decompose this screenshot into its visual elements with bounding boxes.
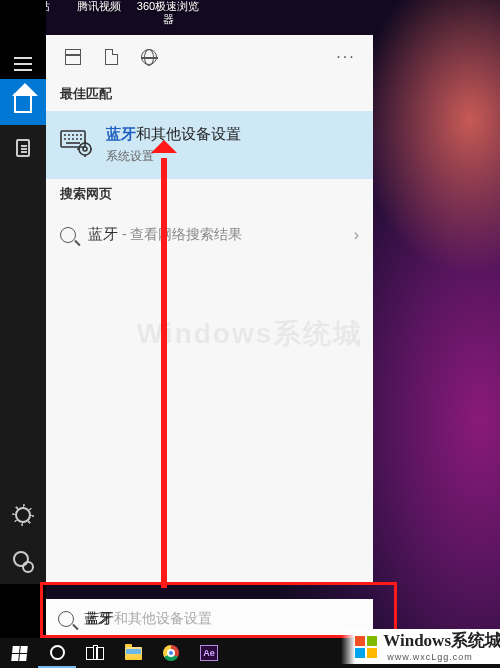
best-match-subtitle: 系统设置 <box>106 148 359 165</box>
globe-icon <box>141 49 157 65</box>
taskbar-chrome[interactable] <box>152 638 190 668</box>
best-match-result[interactable]: 蓝牙和其他设备设置 系统设置 <box>46 111 373 179</box>
file-explorer-icon <box>125 647 142 660</box>
taskbar-after-effects[interactable]: Ae <box>190 638 228 668</box>
best-match-title: 蓝牙和其他设备设置 <box>106 125 359 144</box>
rail-feedback-button[interactable] <box>0 538 46 584</box>
taskbar-file-explorer[interactable] <box>114 638 152 668</box>
cortana-icon <box>50 645 65 660</box>
search-filter-toolbar: ··· <box>46 35 373 79</box>
best-match-section-label: 最佳匹配 <box>46 79 373 111</box>
windows-logo-icon <box>11 646 28 661</box>
web-search-row[interactable]: 蓝牙 - 查看网络搜索结果 › <box>46 211 373 258</box>
notebook-icon <box>16 139 30 157</box>
web-search-hint: - 查看网络搜索结果 <box>118 226 242 242</box>
screen: 回收站 腾讯视频 360极速浏览 器 ··· 最佳匹配 <box>0 0 500 668</box>
desktop-icon-tencent-video[interactable]: 腾讯视频 <box>66 0 132 40</box>
desktop-icons-row: 回收站 腾讯视频 360极速浏览 器 <box>0 0 500 40</box>
document-icon <box>105 49 118 65</box>
desktop-icon-label: 腾讯视频 <box>77 0 121 12</box>
cortana-button[interactable] <box>38 638 76 668</box>
feedback-icon <box>15 553 31 569</box>
task-view-icon <box>86 647 104 660</box>
filter-apps-button[interactable] <box>54 35 92 79</box>
watermark-corner: Windows系统城 www.wxcLgg.com <box>341 629 500 664</box>
home-icon <box>14 93 32 111</box>
filter-web-button[interactable] <box>130 35 168 79</box>
chevron-right-icon: › <box>354 226 359 244</box>
gear-icon <box>15 507 31 523</box>
svg-point-13 <box>83 147 87 151</box>
filter-documents-button[interactable] <box>92 35 130 79</box>
hamburger-menu-button[interactable] <box>0 48 46 80</box>
best-match-highlight: 蓝牙 <box>106 125 136 142</box>
desktop-icon-label-line1: 360极速浏览 <box>137 0 199 12</box>
rail-settings-button[interactable] <box>0 492 46 538</box>
search-icon <box>60 227 76 243</box>
watermark-url-text: www.wxcLgg.com <box>387 652 500 662</box>
annotation-arrow <box>161 158 167 588</box>
apps-icon <box>65 49 81 65</box>
chrome-icon <box>163 645 179 661</box>
desktop-icon-360-browser[interactable]: 360极速浏览 器 <box>132 0 204 40</box>
desktop-icon-label-line2: 器 <box>163 13 174 25</box>
keyboard-settings-icon <box>60 125 92 157</box>
start-button[interactable] <box>0 638 38 668</box>
more-options-button[interactable]: ··· <box>327 35 365 79</box>
rail-home-button[interactable] <box>0 79 46 125</box>
task-view-button[interactable] <box>76 638 114 668</box>
search-web-section-label: 搜索网页 <box>46 179 373 211</box>
ellipsis-icon: ··· <box>336 48 355 66</box>
search-results-panel: ··· 最佳匹配 蓝牙和其他设备设置 系统设置 搜索网页 蓝牙 - 查看网络搜索… <box>46 35 373 584</box>
hamburger-icon <box>14 63 32 65</box>
windows-color-logo-icon <box>355 636 377 658</box>
after-effects-icon: Ae <box>200 645 218 661</box>
cortana-left-rail <box>0 79 46 584</box>
rail-notebook-button[interactable] <box>0 125 46 171</box>
web-search-query: 蓝牙 <box>88 225 118 242</box>
watermark-brand-text: Windows系统城 <box>383 629 500 652</box>
